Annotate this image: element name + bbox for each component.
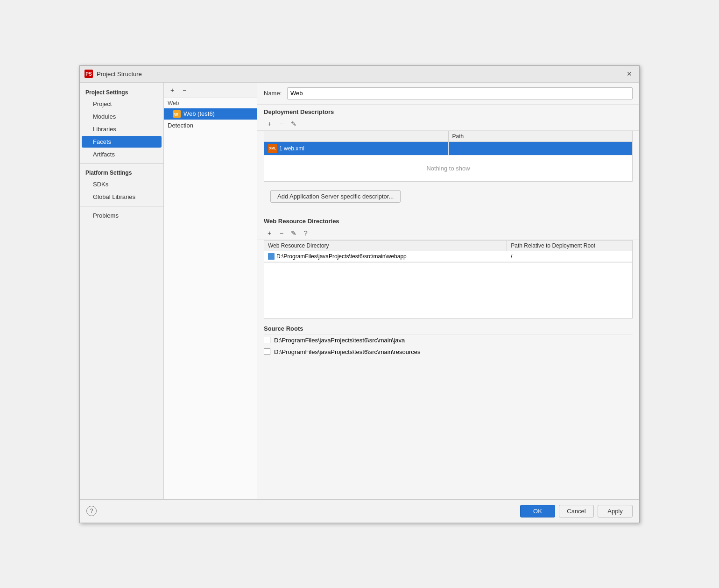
source-roots-section: Source Roots D:\ProgramFiles\javaProject… xyxy=(257,321,639,358)
wrd-row-0[interactable]: D:\ProgramFiles\javaProjects\test6\src\m… xyxy=(264,251,632,262)
path-cell xyxy=(449,142,633,155)
source-root-1-path: D:\ProgramFiles\javaProjects\test6\src\m… xyxy=(274,348,421,355)
title-bar: PS Project Structure ✕ xyxy=(80,66,639,83)
middle-panel: + − Web W Web (test6) Detection xyxy=(164,83,257,499)
col-descriptor xyxy=(264,131,449,142)
add-app-server-descriptor-btn[interactable]: Add Application Server specific descript… xyxy=(270,190,401,203)
facet-group-web: Web xyxy=(164,98,257,108)
name-row: Name: xyxy=(257,83,639,105)
facet-item-label: Web (test6) xyxy=(183,110,215,117)
apply-button[interactable]: Apply xyxy=(598,505,633,517)
sidebar-item-facets[interactable]: Facets xyxy=(82,136,162,148)
sidebar-divider-2 xyxy=(80,206,163,206)
wrd-col-dir: Web Resource Directory xyxy=(264,241,507,251)
main-content: Name: Deployment Descriptors + − ✎ Path … xyxy=(257,83,639,499)
add-facet-button[interactable]: + xyxy=(167,85,178,96)
descriptor-cell: XML 1 web.xml xyxy=(264,142,449,155)
source-roots-header: Source Roots xyxy=(257,321,639,334)
deployment-descriptors-header: Deployment Descriptors xyxy=(257,105,639,117)
wrd-table: Web Resource Directory Path Relative to … xyxy=(264,240,633,262)
wrd-dir-cell: D:\ProgramFiles\javaProjects\test6\src\m… xyxy=(264,251,507,262)
ok-button[interactable]: OK xyxy=(520,505,555,517)
detection-item[interactable]: Detection xyxy=(164,120,257,131)
add-wrd-btn[interactable]: + xyxy=(264,227,275,239)
platform-settings-label: Platform Settings xyxy=(80,167,163,178)
bottom-buttons: OK Cancel Apply xyxy=(520,505,633,517)
remove-descriptor-btn[interactable]: − xyxy=(276,118,287,129)
wrd-path-cell: / xyxy=(507,251,632,262)
web-resource-toolbar: + − ✎ ? xyxy=(257,227,639,240)
sidebar-item-problems[interactable]: Problems xyxy=(82,210,162,221)
webxml-icon: XML xyxy=(268,144,277,153)
help-wrd-btn[interactable]: ? xyxy=(300,227,311,239)
wrd-table-header: Web Resource Directory Path Relative to … xyxy=(264,241,632,251)
sidebar: Project Settings Project Modules Librari… xyxy=(80,83,164,499)
project-structure-window: PS Project Structure ✕ Project Settings … xyxy=(79,65,640,523)
sidebar-item-global-libraries[interactable]: Global Libraries xyxy=(82,191,162,203)
deployment-toolbar: + − ✎ xyxy=(257,117,639,131)
web-resource-header: Web Resource Directories xyxy=(257,214,639,227)
col-path: Path xyxy=(449,131,633,142)
source-root-0-path: D:\ProgramFiles\javaProjects\test6\src\m… xyxy=(274,337,405,344)
edit-wrd-btn[interactable]: ✎ xyxy=(288,227,299,239)
name-input[interactable] xyxy=(287,87,633,99)
middle-toolbar: + − xyxy=(164,83,257,98)
wrd-empty-area xyxy=(264,262,633,319)
remove-wrd-btn[interactable]: − xyxy=(276,227,287,239)
remove-facet-button[interactable]: − xyxy=(179,85,190,96)
deployment-table: Path XML 1 web.xml Nothing to show xyxy=(264,131,633,182)
name-label: Name: xyxy=(264,90,282,97)
bottom-bar: ? OK Cancel Apply xyxy=(80,499,639,523)
facet-item-web-test6[interactable]: W Web (test6) xyxy=(164,108,257,120)
sidebar-item-project[interactable]: Project xyxy=(82,98,162,110)
sidebar-divider xyxy=(80,163,163,164)
wrd-col-path: Path Relative to Deployment Root xyxy=(507,241,632,251)
source-root-0: D:\ProgramFiles\javaProjects\test6\src\m… xyxy=(257,334,639,346)
help-button[interactable]: ? xyxy=(86,506,97,516)
web-resource-section: Web Resource Directories + − ✎ ? Web Res… xyxy=(257,214,639,319)
source-root-1: D:\ProgramFiles\javaProjects\test6\src\m… xyxy=(257,346,639,358)
nothing-to-show: Nothing to show xyxy=(264,156,632,181)
content-area: Project Settings Project Modules Librari… xyxy=(80,83,639,499)
svg-text:W: W xyxy=(174,112,178,117)
app-icon: PS xyxy=(85,70,93,78)
deployment-table-header: Path xyxy=(264,131,632,142)
edit-descriptor-btn[interactable]: ✎ xyxy=(288,118,299,129)
sidebar-item-sdks[interactable]: SDKs xyxy=(82,178,162,190)
add-descriptor-btn[interactable]: + xyxy=(264,118,275,129)
source-root-1-checkbox[interactable] xyxy=(264,348,270,355)
sidebar-item-artifacts[interactable]: Artifacts xyxy=(82,149,162,160)
window-title: Project Structure xyxy=(97,71,142,78)
deployment-row-webxml[interactable]: XML 1 web.xml xyxy=(264,142,632,156)
folder-icon xyxy=(268,253,275,260)
sidebar-item-libraries[interactable]: Libraries xyxy=(82,123,162,135)
project-settings-label: Project Settings xyxy=(80,86,163,98)
sidebar-item-modules[interactable]: Modules xyxy=(82,111,162,122)
web-facet-icon: W xyxy=(173,110,181,118)
source-root-0-checkbox[interactable] xyxy=(264,337,270,343)
close-button[interactable]: ✕ xyxy=(624,69,634,79)
cancel-button[interactable]: Cancel xyxy=(559,505,594,517)
